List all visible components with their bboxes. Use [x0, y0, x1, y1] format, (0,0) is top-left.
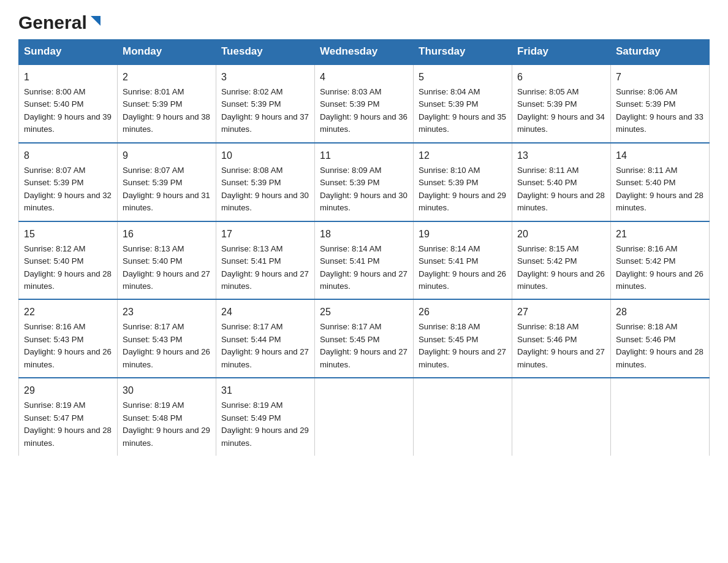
- day-info: Sunrise: 8:05 AMSunset: 5:39 PMDaylight:…: [517, 86, 605, 136]
- calendar-cell: 19Sunrise: 8:14 AMSunset: 5:41 PMDayligh…: [414, 221, 512, 300]
- calendar-cell: 10Sunrise: 8:08 AMSunset: 5:39 PMDayligh…: [216, 143, 315, 221]
- calendar-cell: 29Sunrise: 8:19 AMSunset: 5:47 PMDayligh…: [19, 378, 118, 456]
- day-number: 16: [123, 227, 211, 242]
- day-info: Sunrise: 8:17 AMSunset: 5:43 PMDaylight:…: [123, 321, 211, 371]
- calendar-cell: 24Sunrise: 8:17 AMSunset: 5:44 PMDayligh…: [216, 299, 315, 378]
- svg-marker-0: [91, 16, 100, 26]
- calendar-cell: 1Sunrise: 8:00 AMSunset: 5:40 PMDaylight…: [19, 64, 118, 143]
- calendar-cell: 5Sunrise: 8:04 AMSunset: 5:39 PMDaylight…: [414, 64, 512, 143]
- logo-triangle-icon: [88, 13, 103, 28]
- calendar-cell: 7Sunrise: 8:06 AMSunset: 5:39 PMDaylight…: [611, 64, 710, 143]
- calendar-cell: 22Sunrise: 8:16 AMSunset: 5:43 PMDayligh…: [19, 299, 118, 378]
- calendar-table: SundayMondayTuesdayWednesdayThursdayFrid…: [18, 39, 710, 456]
- day-number: 24: [221, 305, 309, 320]
- calendar-cell: 12Sunrise: 8:10 AMSunset: 5:39 PMDayligh…: [414, 143, 512, 221]
- day-number: 18: [320, 227, 408, 242]
- day-info: Sunrise: 8:16 AMSunset: 5:43 PMDaylight:…: [24, 321, 112, 371]
- day-number: 12: [419, 148, 507, 163]
- day-number: 31: [221, 383, 309, 398]
- day-info: Sunrise: 8:03 AMSunset: 5:39 PMDaylight:…: [320, 86, 408, 136]
- week-row-4: 22Sunrise: 8:16 AMSunset: 5:43 PMDayligh…: [19, 299, 710, 378]
- day-info: Sunrise: 8:10 AMSunset: 5:39 PMDaylight:…: [419, 164, 507, 215]
- day-info: Sunrise: 8:19 AMSunset: 5:47 PMDaylight:…: [24, 399, 112, 450]
- calendar-cell: [512, 378, 611, 456]
- day-info: Sunrise: 8:18 AMSunset: 5:45 PMDaylight:…: [419, 321, 507, 371]
- calendar-cell: [315, 378, 414, 456]
- day-info: Sunrise: 8:07 AMSunset: 5:39 PMDaylight:…: [24, 164, 112, 215]
- day-info: Sunrise: 8:07 AMSunset: 5:39 PMDaylight:…: [123, 164, 211, 215]
- column-header-sunday: Sunday: [19, 39, 118, 64]
- day-number: 10: [221, 148, 309, 163]
- day-info: Sunrise: 8:00 AMSunset: 5:40 PMDaylight:…: [24, 86, 112, 136]
- day-number: 17: [221, 227, 309, 242]
- day-number: 8: [24, 148, 112, 163]
- day-info: Sunrise: 8:11 AMSunset: 5:40 PMDaylight:…: [616, 164, 704, 215]
- page-header: General: [18, 12, 710, 29]
- calendar-cell: 17Sunrise: 8:13 AMSunset: 5:41 PMDayligh…: [216, 221, 315, 300]
- day-number: 15: [24, 227, 112, 242]
- calendar-cell: 8Sunrise: 8:07 AMSunset: 5:39 PMDaylight…: [19, 143, 118, 221]
- day-number: 6: [517, 70, 605, 85]
- logo-general: General: [18, 12, 87, 33]
- week-row-1: 1Sunrise: 8:00 AMSunset: 5:40 PMDaylight…: [19, 64, 710, 143]
- day-number: 23: [123, 305, 211, 320]
- day-info: Sunrise: 8:04 AMSunset: 5:39 PMDaylight:…: [419, 86, 507, 136]
- day-info: Sunrise: 8:11 AMSunset: 5:40 PMDaylight:…: [517, 164, 605, 215]
- calendar-cell: 6Sunrise: 8:05 AMSunset: 5:39 PMDaylight…: [512, 64, 611, 143]
- day-info: Sunrise: 8:08 AMSunset: 5:39 PMDaylight:…: [221, 164, 309, 215]
- calendar-cell: 27Sunrise: 8:18 AMSunset: 5:46 PMDayligh…: [512, 299, 611, 378]
- day-number: 20: [517, 227, 605, 242]
- day-number: 3: [221, 70, 309, 85]
- calendar-cell: 14Sunrise: 8:11 AMSunset: 5:40 PMDayligh…: [611, 143, 710, 221]
- day-number: 28: [616, 305, 704, 320]
- calendar-cell: 18Sunrise: 8:14 AMSunset: 5:41 PMDayligh…: [315, 221, 414, 300]
- day-number: 7: [616, 70, 704, 85]
- day-number: 21: [616, 227, 704, 242]
- day-info: Sunrise: 8:15 AMSunset: 5:42 PMDaylight:…: [517, 243, 605, 293]
- header-row: SundayMondayTuesdayWednesdayThursdayFrid…: [19, 39, 710, 64]
- day-number: 22: [24, 305, 112, 320]
- day-info: Sunrise: 8:18 AMSunset: 5:46 PMDaylight:…: [616, 321, 704, 371]
- day-number: 30: [123, 383, 211, 398]
- column-header-thursday: Thursday: [414, 39, 512, 64]
- calendar-cell: 21Sunrise: 8:16 AMSunset: 5:42 PMDayligh…: [611, 221, 710, 300]
- day-info: Sunrise: 8:06 AMSunset: 5:39 PMDaylight:…: [616, 86, 704, 136]
- calendar-cell: 4Sunrise: 8:03 AMSunset: 5:39 PMDaylight…: [315, 64, 414, 143]
- day-info: Sunrise: 8:12 AMSunset: 5:40 PMDaylight:…: [24, 243, 112, 293]
- day-number: 14: [616, 148, 704, 163]
- day-info: Sunrise: 8:18 AMSunset: 5:46 PMDaylight:…: [517, 321, 605, 371]
- day-info: Sunrise: 8:09 AMSunset: 5:39 PMDaylight:…: [320, 164, 408, 215]
- day-number: 11: [320, 148, 408, 163]
- column-header-wednesday: Wednesday: [315, 39, 414, 64]
- day-info: Sunrise: 8:01 AMSunset: 5:39 PMDaylight:…: [123, 86, 211, 136]
- day-number: 26: [419, 305, 507, 320]
- calendar-cell: 13Sunrise: 8:11 AMSunset: 5:40 PMDayligh…: [512, 143, 611, 221]
- day-number: 5: [419, 70, 507, 85]
- calendar-cell: 9Sunrise: 8:07 AMSunset: 5:39 PMDaylight…: [118, 143, 216, 221]
- logo: General: [18, 12, 103, 29]
- calendar-cell: 11Sunrise: 8:09 AMSunset: 5:39 PMDayligh…: [315, 143, 414, 221]
- day-info: Sunrise: 8:14 AMSunset: 5:41 PMDaylight:…: [419, 243, 507, 293]
- calendar-cell: 26Sunrise: 8:18 AMSunset: 5:45 PMDayligh…: [414, 299, 512, 378]
- day-info: Sunrise: 8:17 AMSunset: 5:45 PMDaylight:…: [320, 321, 408, 371]
- calendar-cell: 28Sunrise: 8:18 AMSunset: 5:46 PMDayligh…: [611, 299, 710, 378]
- day-info: Sunrise: 8:19 AMSunset: 5:48 PMDaylight:…: [123, 399, 211, 450]
- calendar-cell: 23Sunrise: 8:17 AMSunset: 5:43 PMDayligh…: [118, 299, 216, 378]
- week-row-2: 8Sunrise: 8:07 AMSunset: 5:39 PMDaylight…: [19, 143, 710, 221]
- day-number: 19: [419, 227, 507, 242]
- day-info: Sunrise: 8:16 AMSunset: 5:42 PMDaylight:…: [616, 243, 704, 293]
- day-info: Sunrise: 8:19 AMSunset: 5:49 PMDaylight:…: [221, 399, 309, 450]
- day-number: 9: [123, 148, 211, 163]
- day-number: 27: [517, 305, 605, 320]
- calendar-cell: 3Sunrise: 8:02 AMSunset: 5:39 PMDaylight…: [216, 64, 315, 143]
- calendar-cell: 31Sunrise: 8:19 AMSunset: 5:49 PMDayligh…: [216, 378, 315, 456]
- calendar-cell: 30Sunrise: 8:19 AMSunset: 5:48 PMDayligh…: [118, 378, 216, 456]
- day-info: Sunrise: 8:14 AMSunset: 5:41 PMDaylight:…: [320, 243, 408, 293]
- day-info: Sunrise: 8:02 AMSunset: 5:39 PMDaylight:…: [221, 86, 309, 136]
- day-number: 2: [123, 70, 211, 85]
- column-header-monday: Monday: [118, 39, 216, 64]
- day-info: Sunrise: 8:17 AMSunset: 5:44 PMDaylight:…: [221, 321, 309, 371]
- calendar-cell: [611, 378, 710, 456]
- day-info: Sunrise: 8:13 AMSunset: 5:40 PMDaylight:…: [123, 243, 211, 293]
- day-number: 13: [517, 148, 605, 163]
